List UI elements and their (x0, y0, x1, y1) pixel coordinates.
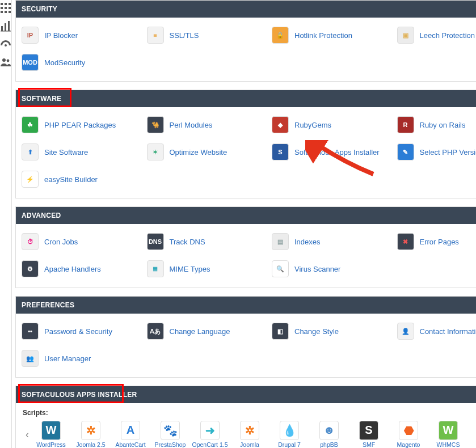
cron-jobs-icon: ⏱ (22, 233, 39, 250)
stats-icon[interactable] (0, 20, 11, 31)
item-label: Leech Protection (420, 31, 475, 40)
svg-rect-3 (1, 7, 3, 9)
panel-software: SOFTWARE−☘PHP PEAR Packages🐪Perl Modules… (15, 90, 476, 198)
panel-header-preferences[interactable]: PREFERENCES− (16, 297, 476, 314)
grid-icon[interactable] (0, 2, 11, 12)
php-pear-packages[interactable]: ☘PHP PEAR Packages (19, 113, 145, 137)
item-label: Track DNS (170, 238, 205, 246)
optimize-website[interactable]: ✶Optimize Website (145, 140, 270, 164)
cron-jobs[interactable]: ⏱Cron Jobs (19, 230, 145, 253)
script-opencart-icon: ➜ (200, 421, 220, 440)
rubygems[interactable]: ◆RubyGems (269, 113, 395, 137)
script-joomla25[interactable]: ✲Joomla 2.5 (73, 421, 109, 448)
item-label: Indexes (294, 238, 321, 246)
panel-title: SOFTACULOUS APPS INSTALLER (22, 391, 137, 399)
ruby-on-rails[interactable]: RRuby on Rails (395, 113, 477, 137)
mime-types[interactable]: ≣MIME Types (145, 257, 270, 281)
script-label: Magento (390, 441, 427, 448)
easysite-builder[interactable]: ⚡easySite Builder (19, 167, 145, 191)
virus-scanner[interactable]: 🔍Virus Scanner (269, 257, 395, 281)
svg-rect-2 (9, 3, 11, 5)
script-label: My (470, 441, 476, 448)
svg-rect-11 (8, 21, 10, 31)
script-drupal7-icon: 💧 (280, 421, 299, 440)
contact-information-icon: 👤 (397, 323, 414, 340)
indexes-icon: ▤ (272, 233, 289, 250)
scripts-label: Scripts: (23, 409, 476, 417)
hotlink-protection[interactable]: 🔒Hotlink Protection (269, 23, 395, 47)
svg-rect-7 (5, 11, 7, 13)
script-joomla-icon: ✲ (240, 421, 259, 440)
password-security[interactable]: ••Password & Security (19, 319, 145, 343)
error-pages-icon: ✖ (397, 233, 414, 250)
script-smf-icon: S (359, 421, 378, 440)
track-dns[interactable]: DNSTrack DNS (145, 230, 270, 253)
apache-handlers-icon: ⚙ (22, 260, 39, 277)
script-joomla[interactable]: ✲Joomla (231, 421, 268, 448)
select-php-version[interactable]: ✎Select PHP Version (395, 140, 477, 164)
perl-modules-icon: 🐪 (147, 116, 164, 133)
script-label: Joomla 2.5 (73, 441, 109, 448)
panel-header-advanced[interactable]: ADVANCED− (16, 207, 476, 224)
svg-point-13 (5, 44, 7, 47)
script-opencart[interactable]: ➜OpenCart 1.5 (192, 421, 228, 448)
error-pages[interactable]: ✖Error Pages (395, 230, 477, 253)
user-manager[interactable]: 👥User Manager (19, 346, 145, 370)
svg-point-15 (7, 60, 10, 62)
script-smf[interactable]: SSMF (351, 421, 387, 448)
ssl-tls[interactable]: ≡SSL/TLS (145, 23, 270, 47)
apache-handlers[interactable]: ⚙Apache Handlers (19, 257, 145, 281)
ip-blocker[interactable]: IPIP Blocker (19, 23, 145, 47)
indexes[interactable]: ▤Indexes (269, 230, 395, 253)
panel-header-security[interactable]: SECURITY− (16, 1, 476, 18)
mime-types-icon: ≣ (147, 260, 164, 277)
script-magento[interactable]: ⬣Magento (390, 421, 427, 448)
optimize-website-icon: ✶ (147, 143, 164, 160)
site-software[interactable]: ⬆Site Software (19, 140, 145, 164)
users-icon[interactable] (0, 57, 11, 67)
panel-preferences: PREFERENCES−••Password & SecurityAあChang… (15, 296, 476, 378)
script-drupal7[interactable]: 💧Drupal 7 (271, 421, 307, 448)
script-whmcs[interactable]: WWHMCS (430, 421, 466, 448)
script-joomla25-icon: ✲ (81, 421, 100, 440)
item-label: Cron Jobs (44, 238, 78, 246)
track-dns-icon: DNS (147, 233, 164, 250)
select-php-version-icon: ✎ (397, 143, 414, 160)
perl-modules[interactable]: 🐪Perl Modules (145, 113, 270, 137)
script-whmcs-icon: W (439, 421, 458, 440)
panel-title: ADVANCED (22, 212, 61, 219)
ssl-tls-icon: ≡ (147, 27, 164, 44)
script-prestashop[interactable]: 🐾PrestaShop (152, 421, 188, 448)
script-phpbb-icon: ☻ (319, 421, 339, 440)
scripts-track: WWordPress✲Joomla 2.5AAbanteCart🐾PrestaS… (33, 421, 476, 448)
softaculous-apps-installer[interactable]: SSoftaculous Apps Installer (269, 140, 395, 164)
sidebar (0, 0, 12, 448)
item-label: Error Pages (420, 238, 459, 246)
change-language[interactable]: AあChange Language (145, 319, 270, 343)
script-phpbb[interactable]: ☻phpBB (311, 421, 347, 448)
virus-scanner-icon: 🔍 (272, 260, 289, 277)
script-abantecart[interactable]: AAbanteCart (112, 421, 149, 448)
script-my[interactable]: MMy (470, 421, 476, 448)
contact-information[interactable]: 👤Contact Information (395, 319, 477, 343)
script-label: SMF (351, 441, 387, 448)
leech-protection[interactable]: ▣Leech Protection (395, 23, 477, 47)
svg-rect-4 (5, 7, 7, 9)
item-label: MIME Types (170, 265, 210, 273)
panel-body: IPIP Blocker≡SSL/TLS🔒Hotlink Protection▣… (16, 18, 476, 81)
panel-title: PREFERENCES (22, 301, 74, 309)
script-wordpress[interactable]: WWordPress (33, 421, 69, 448)
dashboard-icon[interactable] (0, 39, 11, 49)
item-label: easySite Builder (44, 175, 98, 184)
modsecurity[interactable]: MODModSecurity (19, 50, 145, 74)
item-label: Password & Security (44, 327, 112, 336)
panel-header-softaculous[interactable]: SOFTACULOUS APPS INSTALLER− (16, 386, 476, 403)
scripts-prev[interactable]: ‹ (22, 420, 33, 448)
script-prestashop-icon: 🐾 (161, 421, 180, 440)
main-content: SECURITY−IPIP Blocker≡SSL/TLS🔒Hotlink Pr… (12, 0, 476, 448)
change-style[interactable]: ◧Change Style (269, 319, 395, 343)
svg-rect-6 (1, 11, 3, 13)
panel-header-software[interactable]: SOFTWARE− (16, 90, 476, 107)
item-label: Site Software (44, 148, 88, 157)
panel-title: SOFTWARE (22, 95, 61, 103)
